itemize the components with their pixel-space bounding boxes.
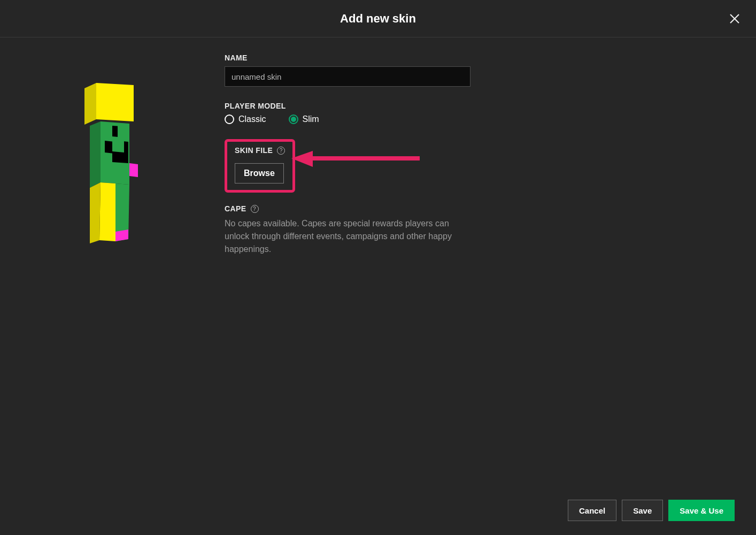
skin-preview[interactable]	[75, 83, 150, 243]
cape-section: CAPE ? No capes available. Capes are spe…	[225, 204, 476, 256]
skin-file-label-text: SKIN FILE	[235, 146, 273, 155]
name-section: NAME	[225, 54, 476, 87]
close-icon	[729, 13, 740, 25]
annotation-highlight: SKIN FILE ? Browse	[225, 139, 295, 193]
svg-marker-0	[96, 83, 134, 121]
player-model-label: PLAYER MODEL	[225, 102, 476, 110]
skin-preview-column	[0, 54, 225, 535]
model-radio-group: Classic Slim	[225, 114, 476, 124]
cancel-button[interactable]: Cancel	[568, 500, 616, 521]
svg-marker-9	[99, 182, 115, 241]
name-label: NAME	[225, 54, 476, 62]
titlebar: Add new skin	[0, 0, 756, 37]
form-column: NAME PLAYER MODEL Classic Slim	[225, 54, 508, 535]
browse-button[interactable]: Browse	[235, 163, 284, 184]
svg-marker-10	[90, 182, 101, 243]
close-button[interactable]	[727, 11, 742, 26]
cape-label-text: CAPE	[225, 204, 246, 213]
help-icon[interactable]: ?	[251, 205, 259, 213]
radio-slim-label: Slim	[303, 114, 319, 124]
svg-marker-1	[84, 83, 96, 125]
help-icon[interactable]: ?	[277, 147, 285, 155]
add-skin-dialog: Add new skin	[0, 0, 756, 535]
name-input[interactable]	[225, 66, 470, 87]
save-and-use-button[interactable]: Save & Use	[668, 500, 735, 521]
save-button[interactable]: Save	[622, 500, 663, 521]
player-model-section: PLAYER MODEL Classic Slim	[225, 102, 476, 124]
skin-file-label: SKIN FILE ?	[235, 146, 285, 155]
svg-marker-3	[90, 121, 101, 188]
radio-icon	[225, 114, 234, 124]
cape-description: No capes available. Capes are special re…	[225, 217, 470, 256]
radio-classic[interactable]: Classic	[225, 114, 266, 124]
radio-slim[interactable]: Slim	[289, 114, 319, 124]
footer-buttons: Cancel Save Save & Use	[568, 500, 735, 521]
svg-marker-8	[129, 163, 138, 177]
dialog-title: Add new skin	[340, 12, 416, 26]
skin-file-section: SKIN FILE ? Browse	[225, 139, 476, 193]
radio-classic-label: Classic	[238, 114, 266, 124]
svg-marker-7	[112, 136, 124, 152]
radio-icon	[289, 114, 298, 124]
skin-avatar-icon	[75, 83, 160, 249]
content-area: NAME PLAYER MODEL Classic Slim	[0, 37, 756, 535]
cape-label: CAPE ?	[225, 204, 476, 213]
